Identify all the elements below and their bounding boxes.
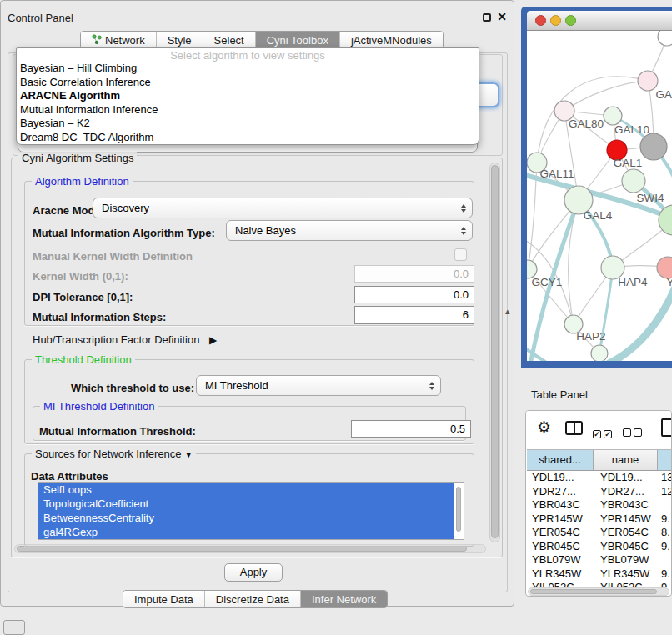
table-cell[interactable]: 9. <box>658 512 672 527</box>
mi-threshold-label: Mutual Information Threshold: <box>39 425 196 438</box>
table-row[interactable]: YDR27...YDR27...12 <box>527 485 672 499</box>
table-cell[interactable]: YBL079W <box>527 553 594 568</box>
network-node[interactable] <box>591 345 608 361</box>
which-threshold-combo[interactable]: MI Threshold <box>196 375 441 396</box>
aracne-mode-combo[interactable]: Discovery <box>93 198 473 218</box>
dpi-tolerance-field[interactable]: 0.0 <box>354 286 474 303</box>
network-canvas[interactable]: GALGAL80GAL10GAL1GAL11SWI4GAL4GCY1HAP4YH… <box>527 31 672 361</box>
bottom-tab-discretize-data[interactable]: Discretize Data <box>204 591 300 608</box>
zoom-traffic-light-icon[interactable] <box>565 15 576 26</box>
tab-jactivemnodules[interactable]: jActiveMNodules <box>339 32 443 48</box>
column-header[interactable]: name <box>594 450 658 470</box>
network-node[interactable] <box>604 107 622 125</box>
dropdown-item[interactable]: Mutual Information Inference <box>17 103 479 118</box>
table-cell[interactable]: YDR27... <box>594 485 658 499</box>
table-cell[interactable]: YPR145W <box>594 512 658 527</box>
desktop: Control Panel ✕ NetworkStyleSelectCyni T… <box>0 0 672 635</box>
table-cell[interactable]: YBL079W <box>594 553 658 568</box>
table-row[interactable]: YER054CYER054C8. <box>527 526 672 540</box>
table-row[interactable]: YBL079WYBL079W <box>527 553 672 568</box>
table-hscroll-thumb[interactable] <box>530 589 657 594</box>
table-cell[interactable]: 8. <box>658 526 672 540</box>
checked-boxes-icon[interactable]: ✓✓ <box>593 425 614 440</box>
table-cell[interactable]: 12 <box>658 485 672 499</box>
table-horizontal-scrollbar[interactable] <box>528 588 669 596</box>
table-row[interactable]: YPR145WYPR145W9. <box>527 512 672 527</box>
node-label: HAP4 <box>618 276 648 288</box>
table-cell[interactable]: YLR345W <box>527 568 594 582</box>
tab-select[interactable]: Select <box>203 32 255 48</box>
table-cell[interactable]: YPR145W <box>527 512 594 527</box>
table-cell[interactable]: YBR045C <box>527 540 594 554</box>
float-window-icon[interactable] <box>483 13 491 22</box>
dropdown-item[interactable]: Bayesian – K2 <box>17 117 479 131</box>
table-cell[interactable]: YER054C <box>594 526 658 540</box>
dropdown-item[interactable]: ARACNE Algorithm <box>17 89 479 103</box>
network-node[interactable] <box>640 133 667 160</box>
data-attribute-item[interactable]: BetweennessCentrality <box>38 511 454 525</box>
apply-button[interactable]: Apply <box>224 563 283 582</box>
expander-expanded-icon[interactable]: ▼ <box>184 450 193 459</box>
table-cell[interactable]: YDL19... <box>527 471 594 485</box>
tab-network[interactable]: Network <box>81 32 156 48</box>
network-node[interactable] <box>659 205 672 235</box>
attr-list-scrollbar[interactable] <box>455 485 462 537</box>
mi-threshold-field[interactable]: 0.5 <box>351 420 471 438</box>
table-cell[interactable]: 9. <box>658 581 672 588</box>
settings-vscroll-thumb[interactable] <box>491 165 499 538</box>
table-row[interactable]: YBR043CYBR043C <box>527 498 672 512</box>
table-cell[interactable]: YIL052C <box>527 581 594 588</box>
settings-hscroll-thumb[interactable] <box>17 546 467 552</box>
table-cell[interactable] <box>658 498 672 512</box>
table-cell[interactable]: 9. <box>658 540 672 554</box>
bottom-tab-impute-data[interactable]: Impute Data <box>123 591 204 608</box>
table-row[interactable]: YLR345WYLR345W9. <box>527 568 672 582</box>
table-cell[interactable]: YDL19... <box>594 471 658 485</box>
data-attribute-item[interactable]: gal4RGexp <box>38 525 454 539</box>
expander-collapsed-icon[interactable]: ▶ <box>209 334 217 346</box>
table-cell[interactable]: YIL052C <box>594 581 658 588</box>
mi-type-combo[interactable]: Naive Bayes <box>226 220 473 241</box>
aracne-mode-value: Discovery <box>102 202 149 214</box>
network-node[interactable] <box>638 71 658 91</box>
table-cell[interactable] <box>658 553 672 568</box>
close-icon[interactable]: ✕ <box>497 10 507 23</box>
table-header: shared...name <box>527 449 672 471</box>
table-cell[interactable]: YBR043C <box>594 498 658 512</box>
table-cell[interactable]: YBR045C <box>594 540 658 554</box>
dock-panel-button[interactable] <box>3 620 25 635</box>
network-icon <box>92 32 102 49</box>
table-cell[interactable]: 9. <box>658 568 672 582</box>
gear-icon[interactable]: ⚙ <box>537 418 551 437</box>
table-cell[interactable]: YBR043C <box>527 498 594 512</box>
tab-style[interactable]: Style <box>156 32 203 48</box>
table-row[interactable]: YDL19...YDL19...13 <box>527 471 672 485</box>
table-cell[interactable]: YER054C <box>527 526 594 540</box>
dropdown-item[interactable]: Basic Correlation Inference <box>17 76 479 90</box>
data-attribute-item[interactable]: SelfLoops <box>38 482 454 497</box>
table-cell[interactable]: YLR345W <box>594 568 658 582</box>
column-header[interactable] <box>658 450 672 470</box>
dropdown-item[interactable]: Dream8 DC_TDC Algorithm <box>17 131 479 145</box>
table-row[interactable]: YBR045CYBR045C9. <box>527 540 672 554</box>
column-layout-icon[interactable] <box>565 421 583 435</box>
minimize-traffic-light-icon[interactable] <box>550 15 561 26</box>
settings-vertical-scrollbar[interactable] <box>489 162 500 542</box>
network-node[interactable] <box>658 31 672 46</box>
table-function-icon[interactable] <box>661 418 672 437</box>
tab-cyni-toolbox[interactable]: Cyni Toolbox <box>255 32 339 48</box>
network-view-window: GALGAL80GAL10GAL1GAL11SWI4GAL4GCY1HAP4YH… <box>521 7 672 368</box>
dropdown-item[interactable]: Bayesian – Hill Climbing <box>17 62 479 76</box>
data-attribute-item[interactable]: TopologicalCoefficient <box>38 497 454 511</box>
mi-steps-field[interactable]: 6 <box>354 306 474 324</box>
column-header[interactable]: shared... <box>527 450 594 470</box>
network-node[interactable] <box>622 169 645 192</box>
table-row[interactable]: YIL052CYIL052C9. <box>527 581 672 588</box>
table-cell[interactable]: 13 <box>658 471 672 485</box>
attr-list-scroll-thumb[interactable] <box>456 487 461 532</box>
close-traffic-light-icon[interactable] <box>535 15 546 26</box>
hub-expander[interactable]: Hub/Transcription Factor Definition ▶ <box>33 333 217 346</box>
table-cell[interactable]: YDR27... <box>527 485 594 499</box>
bottom-tab-infer-network[interactable]: Infer Network <box>300 591 387 608</box>
unchecked-boxes-icon[interactable] <box>623 425 644 440</box>
